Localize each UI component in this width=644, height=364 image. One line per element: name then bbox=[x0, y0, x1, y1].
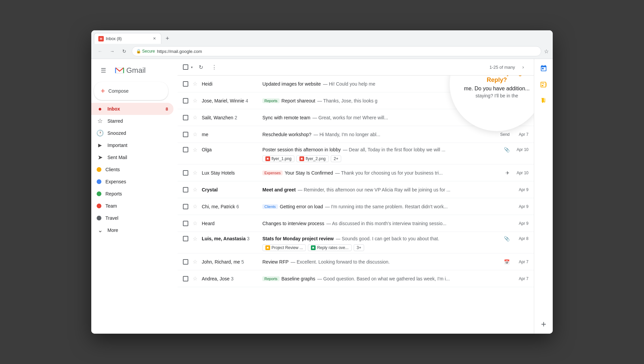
compose-button[interactable]: + Compose bbox=[94, 82, 168, 100]
back-button[interactable]: ← bbox=[95, 47, 105, 56]
email-body: Clients Getting error on load — I'm runn… bbox=[262, 204, 509, 209]
email-snippet: — Hi! Could you help me bbox=[323, 81, 376, 87]
sidebar-item-expenses[interactable]: Expenses bbox=[91, 176, 173, 188]
tasks-svg bbox=[540, 81, 547, 88]
email-checkbox[interactable] bbox=[183, 221, 188, 226]
email-checkbox[interactable] bbox=[183, 204, 188, 209]
table-row[interactable]: ☆ Lux Stay Hotels Expenses Your Stay Is … bbox=[178, 164, 534, 181]
email-checkbox[interactable] bbox=[183, 115, 188, 120]
email-checkbox[interactable] bbox=[183, 187, 188, 192]
star-button[interactable]: ☆ bbox=[191, 114, 199, 122]
table-row[interactable]: ☆ me Reschedule workshop? — Hi Mandy, I'… bbox=[178, 126, 534, 143]
select-all-checkbox[interactable] bbox=[183, 64, 188, 70]
email-body: Review RFP — Excellent. Looking forward … bbox=[262, 259, 501, 265]
sender: me bbox=[202, 132, 262, 137]
more-options-button[interactable]: ⋮ bbox=[209, 62, 220, 72]
table-row[interactable]: ☆ Luis, me, Anastasia 3 Stats for Monday… bbox=[178, 232, 534, 253]
email-checkbox[interactable] bbox=[183, 132, 188, 137]
star-button[interactable]: ☆ bbox=[191, 203, 199, 211]
tasks-panel-button[interactable] bbox=[537, 78, 550, 91]
attachment-chip[interactable]: ▣ flyer_1.png bbox=[262, 155, 294, 162]
attachment-chip[interactable]: ▣ Reply rates ove... bbox=[308, 244, 351, 251]
add-svg bbox=[540, 321, 547, 328]
sidebar-item-more[interactable]: ⌄ More bbox=[91, 224, 173, 236]
sidebar-item-sent[interactable]: ➤ Sent Mail bbox=[91, 151, 173, 163]
email-body: Poster session this afternoon in lobby —… bbox=[262, 147, 501, 152]
sidebar-item-important[interactable]: ► Important bbox=[91, 139, 173, 151]
email-checkbox[interactable] bbox=[183, 98, 188, 103]
star-button[interactable]: ☆ bbox=[191, 186, 199, 194]
star-button[interactable]: ☆ bbox=[191, 146, 199, 154]
table-row[interactable]: ☆ Chi, me, Patrick 6 Clients Getting err… bbox=[178, 198, 534, 215]
sidebar-item-snoozed[interactable]: 🕐 Snoozed bbox=[91, 127, 173, 139]
star-button[interactable]: ☆ bbox=[191, 169, 199, 177]
url-text: https://mail.google.com bbox=[157, 49, 202, 54]
star-button[interactable]: ☆ bbox=[191, 235, 199, 243]
star-button[interactable]: ☆ bbox=[191, 275, 199, 283]
sidebar-item-travel[interactable]: Travel bbox=[91, 212, 173, 224]
url-bar[interactable]: 🔒 Secure https://mail.google.com bbox=[132, 46, 541, 56]
forward-button[interactable]: → bbox=[107, 47, 117, 56]
email-checkbox[interactable] bbox=[183, 81, 188, 87]
email-checkbox[interactable] bbox=[183, 147, 188, 152]
email-snippet: — Thanks, Jose, this looks g bbox=[317, 98, 378, 103]
sidebar-item-reports[interactable]: Reports bbox=[91, 188, 173, 200]
attachment-chip[interactable]: ▣ flyer_2.png bbox=[296, 155, 328, 162]
next-page-button[interactable]: › bbox=[518, 62, 528, 72]
pagination-info: 1-25 of many bbox=[489, 65, 515, 70]
attachment-more-chip[interactable]: 3+ bbox=[354, 244, 364, 251]
email-date: Apr 9 bbox=[512, 204, 528, 209]
refresh-button[interactable]: ↻ bbox=[195, 62, 206, 72]
attachment-img-icon: ▣ bbox=[299, 156, 304, 161]
table-row[interactable]: ☆ John, Richard, me 5 Review RFP — Excel… bbox=[178, 253, 534, 270]
add-panel-button[interactable] bbox=[537, 317, 550, 331]
table-row[interactable]: ☆ Heard Changes to interview process — A… bbox=[178, 215, 534, 232]
sender: Salit, Wanzhen 2 bbox=[202, 115, 262, 120]
gmail-m-icon bbox=[114, 65, 125, 76]
star-button[interactable]: ☆ bbox=[191, 130, 199, 139]
gmail-text: Gmail bbox=[126, 66, 146, 75]
attachment-name: flyer_1.png bbox=[271, 156, 291, 161]
sidebar-item-team[interactable]: Team bbox=[91, 200, 173, 212]
email-subject: Review RFP bbox=[262, 259, 289, 265]
attachment-more-chip[interactable]: 2+ bbox=[331, 155, 342, 162]
tab-close-button[interactable]: ✕ bbox=[152, 36, 157, 41]
sidebar-item-starred[interactable]: ☆ Starred bbox=[91, 115, 173, 127]
secure-indicator: 🔒 Secure bbox=[136, 49, 155, 54]
table-row[interactable]: ☆ Heidi Updated images for website — Hi!… bbox=[178, 75, 534, 92]
email-main: ☆ Olga Poster session this afternoon in … bbox=[183, 146, 528, 154]
table-row[interactable]: ☆ Andrea, Jose 3 Reports Baseline graphs… bbox=[178, 270, 534, 287]
sidebar-item-clients[interactable]: Clients bbox=[91, 163, 173, 176]
attachment-chip[interactable]: ▣ Project Review ... bbox=[262, 244, 306, 251]
star-button[interactable]: ☆ bbox=[191, 258, 199, 266]
table-row[interactable]: ☆ Olga Poster session this afternoon in … bbox=[178, 143, 534, 164]
active-tab[interactable]: M Inbox (8) ✕ bbox=[94, 33, 161, 44]
email-subject: Meet and greet bbox=[262, 187, 296, 192]
star-button[interactable]: ☆ bbox=[191, 97, 199, 105]
reload-button[interactable]: ↻ bbox=[120, 47, 129, 56]
email-checkbox[interactable] bbox=[183, 236, 188, 241]
sender: John, Richard, me 5 bbox=[202, 259, 262, 265]
sender: Lux Stay Hotels bbox=[202, 170, 262, 176]
sender: Chi, me, Patrick 6 bbox=[202, 204, 262, 209]
email-date: Apr 10 bbox=[512, 171, 528, 175]
inbox-badge: 8 bbox=[166, 107, 168, 112]
bookmark-button[interactable]: ☆ bbox=[544, 48, 549, 55]
email-checkbox[interactable] bbox=[183, 276, 188, 281]
snoozed-label: Snoozed bbox=[107, 130, 126, 136]
email-subject: Report shareout bbox=[282, 98, 315, 103]
email-snippet: — Sounds good. I can get back to you abo… bbox=[336, 236, 439, 241]
email-checkbox[interactable] bbox=[183, 170, 188, 176]
keep-panel-button[interactable] bbox=[537, 94, 550, 108]
sidebar-item-inbox[interactable]: ● Inbox 8 bbox=[91, 103, 173, 115]
star-button[interactable]: ☆ bbox=[191, 80, 199, 88]
email-snippet: — Excellent. Looking forward to the disc… bbox=[291, 259, 390, 265]
select-dropdown-icon[interactable]: ▾ bbox=[191, 65, 193, 69]
email-checkbox[interactable] bbox=[183, 259, 188, 265]
calendar-panel-button[interactable] bbox=[537, 62, 550, 75]
menu-button[interactable]: ☰ bbox=[97, 64, 110, 77]
table-row[interactable]: ☆ Crystal Meet and greet — Reminder, thi… bbox=[178, 181, 534, 198]
star-button[interactable]: ☆ bbox=[191, 219, 199, 228]
new-tab-button[interactable]: + bbox=[163, 34, 172, 43]
gmail-logo: Gmail bbox=[114, 65, 146, 76]
